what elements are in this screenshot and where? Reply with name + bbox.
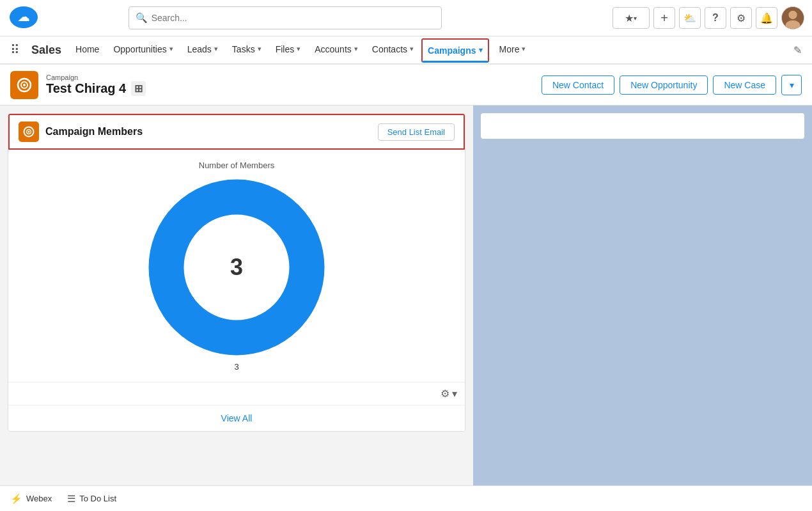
nav-files[interactable]: Files ▾ bbox=[269, 36, 308, 64]
top-icons: ★ ▾ + ⛅ ? ⚙ 🔔 bbox=[613, 6, 804, 29]
nav-home-label: Home bbox=[75, 44, 99, 54]
footer: ⚡ Webex ☰ To Do List bbox=[0, 485, 812, 511]
app-launcher-icon[interactable]: ⠿ bbox=[6, 42, 24, 58]
left-panel: Campaign Members Send List Email Number … bbox=[0, 106, 473, 485]
question-icon: ? bbox=[712, 12, 719, 24]
chart-area: Number of Members 3 3 bbox=[8, 150, 465, 382]
nav-campaigns[interactable]: Campaigns ▾ bbox=[421, 38, 488, 63]
settings-button[interactable]: ⚙ bbox=[730, 7, 752, 29]
campaign-members-icon bbox=[19, 122, 39, 142]
chevron-down-icon: ▾ bbox=[354, 45, 358, 53]
chart-title: Number of Members bbox=[19, 161, 455, 170]
add-button[interactable]: + bbox=[653, 7, 675, 29]
hierarchy-icon[interactable]: ⊞ bbox=[131, 81, 146, 96]
new-case-button[interactable]: New Case bbox=[713, 75, 776, 95]
cloud-icon: ⛅ bbox=[683, 12, 696, 24]
nav-contacts-label: Contacts bbox=[372, 44, 407, 54]
view-all-area: View All bbox=[8, 405, 465, 431]
todo-label: To Do List bbox=[79, 494, 116, 503]
svg-point-7 bbox=[23, 84, 26, 86]
app-name: Sales bbox=[25, 43, 68, 57]
salesforce-cloud-button[interactable]: ⛅ bbox=[679, 7, 701, 29]
right-top-card bbox=[481, 113, 804, 139]
record-type-label: Campaign bbox=[46, 74, 534, 81]
salesforce-logo[interactable]: ☁ bbox=[8, 5, 40, 31]
donut-center-number: 3 bbox=[230, 254, 243, 281]
chevron-down-icon: ▾ bbox=[214, 45, 218, 53]
search-icon: 🔍 bbox=[136, 12, 148, 24]
search-input[interactable] bbox=[152, 13, 435, 23]
chevron-down-icon: ▾ bbox=[258, 45, 262, 53]
nav-tasks-label: Tasks bbox=[232, 44, 255, 54]
card-title: Campaign Members bbox=[45, 126, 143, 138]
favorites-button[interactable]: ★ ▾ bbox=[613, 7, 650, 29]
list-icon: ☰ bbox=[67, 493, 75, 505]
plus-icon: + bbox=[660, 11, 668, 26]
help-button[interactable]: ? bbox=[705, 7, 726, 29]
nav-accounts-label: Accounts bbox=[315, 44, 352, 54]
chevron-down-icon: ▾ bbox=[522, 45, 526, 53]
campaign-members-card: Campaign Members Send List Email Number … bbox=[8, 113, 465, 432]
svg-text:☁: ☁ bbox=[18, 11, 29, 24]
record-name-text: Test Chirag 4 bbox=[46, 81, 126, 96]
svg-point-3 bbox=[788, 11, 797, 19]
nav-accounts[interactable]: Accounts ▾ bbox=[308, 36, 364, 64]
chart-bottom-label: 3 bbox=[19, 362, 455, 372]
donut-chart: 3 bbox=[19, 178, 455, 357]
right-panel bbox=[473, 106, 812, 485]
chart-footer: ⚙ ▾ bbox=[8, 382, 465, 405]
nav-leads[interactable]: Leads ▾ bbox=[181, 36, 224, 64]
webex-label: Webex bbox=[26, 494, 52, 503]
new-contact-button[interactable]: New Contact bbox=[542, 75, 614, 95]
nav-leads-label: Leads bbox=[187, 44, 212, 54]
action-buttons: New Contact New Opportunity New Case ▾ bbox=[542, 75, 802, 95]
nav-contacts[interactable]: Contacts ▾ bbox=[366, 36, 420, 64]
nav-tasks[interactable]: Tasks ▾ bbox=[226, 36, 268, 64]
edit-nav-icon[interactable]: ✎ bbox=[790, 44, 806, 56]
nav-opportunities[interactable]: Opportunities ▾ bbox=[107, 36, 179, 64]
view-all-link[interactable]: View All bbox=[221, 413, 253, 423]
new-opportunity-button[interactable]: New Opportunity bbox=[620, 75, 708, 95]
page-header: Campaign Test Chirag 4 ⊞ New Contact New… bbox=[0, 65, 812, 106]
todo-footer-item[interactable]: ☰ To Do List bbox=[67, 493, 116, 505]
nav-bar: ⠿ Sales Home Opportunities ▾ Leads ▾ Tas… bbox=[0, 36, 812, 65]
send-list-email-button[interactable]: Send List Email bbox=[378, 123, 455, 141]
lightning-icon: ⚡ bbox=[10, 493, 22, 505]
user-avatar[interactable] bbox=[781, 6, 804, 29]
search-bar: 🔍 bbox=[129, 6, 442, 29]
card-header: Campaign Members Send List Email bbox=[8, 114, 465, 150]
chart-settings-icon[interactable]: ⚙ ▾ bbox=[441, 388, 457, 400]
chevron-down-icon: ▾ bbox=[634, 15, 637, 22]
chevron-down-icon: ▾ bbox=[479, 46, 483, 54]
chevron-down-icon: ▾ bbox=[169, 45, 173, 53]
campaign-record-icon bbox=[10, 71, 38, 99]
card-actions: Send List Email bbox=[378, 123, 455, 141]
record-info: Campaign Test Chirag 4 ⊞ bbox=[46, 74, 534, 96]
nav-home[interactable]: Home bbox=[69, 36, 105, 64]
gear-icon: ⚙ bbox=[737, 12, 746, 24]
nav-campaigns-label: Campaigns bbox=[428, 45, 476, 56]
nav-more-label: More bbox=[499, 44, 520, 54]
chevron-down-icon: ▾ bbox=[297, 45, 301, 53]
nav-opportunities-label: Opportunities bbox=[113, 44, 166, 54]
top-bar: ☁ 🔍 ★ ▾ + ⛅ ? ⚙ 🔔 bbox=[0, 0, 812, 36]
chevron-down-icon: ▾ bbox=[410, 45, 414, 53]
nav-more[interactable]: More ▾ bbox=[493, 36, 533, 64]
main-content: Campaign Members Send List Email Number … bbox=[0, 106, 812, 485]
record-name: Test Chirag 4 ⊞ bbox=[46, 81, 534, 96]
notifications-button[interactable]: 🔔 bbox=[756, 7, 777, 29]
star-icon: ★ bbox=[625, 12, 634, 24]
bell-icon: 🔔 bbox=[760, 12, 773, 24]
actions-dropdown-button[interactable]: ▾ bbox=[781, 75, 802, 95]
svg-point-10 bbox=[28, 131, 30, 133]
chevron-down-icon: ▾ bbox=[790, 80, 794, 90]
nav-files-label: Files bbox=[276, 44, 295, 54]
webex-footer-item[interactable]: ⚡ Webex bbox=[10, 493, 52, 505]
